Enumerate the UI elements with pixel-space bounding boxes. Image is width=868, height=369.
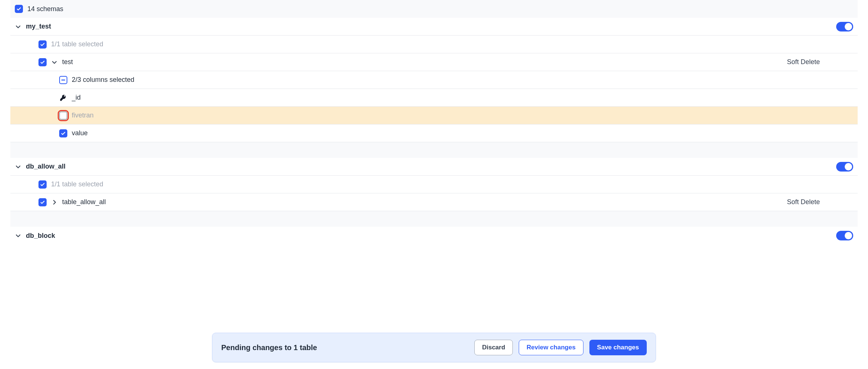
- table-sync-mode[interactable]: Soft Delete: [787, 58, 853, 66]
- schema-toggle-db-block[interactable]: [836, 231, 853, 240]
- column-row-fivetran: fivetran: [10, 107, 858, 124]
- schema-row-db-allow-all[interactable]: db_allow_all: [10, 158, 858, 176]
- column-name: value: [72, 129, 853, 137]
- tables-selected-row-db-allow-all: 1/1 table selected: [10, 176, 858, 193]
- column-row-id: _id: [10, 89, 858, 107]
- schema-row-db-block[interactable]: db_block: [10, 227, 858, 245]
- table-name: test: [62, 58, 783, 66]
- table-checkbox-test[interactable]: [38, 58, 47, 66]
- table-row-test[interactable]: test Soft Delete: [10, 53, 858, 71]
- column-checkbox-value[interactable]: [59, 129, 67, 137]
- tables-checkbox-db-allow-all[interactable]: [38, 180, 47, 189]
- table-checkbox-allow-all[interactable]: [38, 198, 47, 206]
- schema-name: db_block: [26, 232, 832, 240]
- column-checkbox-fivetran[interactable]: [59, 112, 67, 120]
- chevron-down-icon[interactable]: [51, 59, 58, 66]
- chevron-down-icon[interactable]: [15, 23, 21, 30]
- column-name: fivetran: [72, 112, 853, 119]
- tables-selected-label: 1/1 table selected: [51, 180, 853, 188]
- schema-gap: [10, 142, 858, 158]
- schema-name: my_test: [26, 23, 832, 30]
- schema-toggle-my-test[interactable]: [836, 22, 853, 31]
- schema-gap: [10, 211, 858, 227]
- tables-selected-label: 1/1 table selected: [51, 40, 853, 48]
- table-sync-mode[interactable]: Soft Delete: [787, 198, 853, 206]
- column-name: _id: [72, 94, 853, 102]
- chevron-down-icon[interactable]: [15, 232, 21, 239]
- schema-toggle-db-allow-all[interactable]: [836, 162, 853, 172]
- key-icon: [59, 94, 67, 102]
- tables-checkbox-my-test[interactable]: [38, 40, 47, 49]
- schema-tree: 14 schemas my_test 1/1 table selected te…: [0, 0, 868, 274]
- table-name: table_allow_all: [62, 198, 783, 206]
- columns-selected-row: 2/3 columns selected: [10, 71, 858, 89]
- schema-name: db_allow_all: [26, 163, 832, 170]
- schema-row-my-test[interactable]: my_test: [10, 18, 858, 36]
- schemas-header-row: 14 schemas: [10, 0, 858, 18]
- schemas-count-label: 14 schemas: [27, 5, 853, 13]
- column-row-value: value: [10, 124, 858, 142]
- columns-checkbox-indeterminate[interactable]: [59, 76, 67, 84]
- chevron-right-icon[interactable]: [51, 199, 58, 206]
- chevron-down-icon[interactable]: [15, 163, 21, 170]
- table-row-allow-all[interactable]: table_allow_all Soft Delete: [10, 193, 858, 211]
- all-schemas-checkbox[interactable]: [15, 5, 23, 13]
- columns-selected-label: 2/3 columns selected: [72, 76, 853, 84]
- tables-selected-row-my-test: 1/1 table selected: [10, 36, 858, 53]
